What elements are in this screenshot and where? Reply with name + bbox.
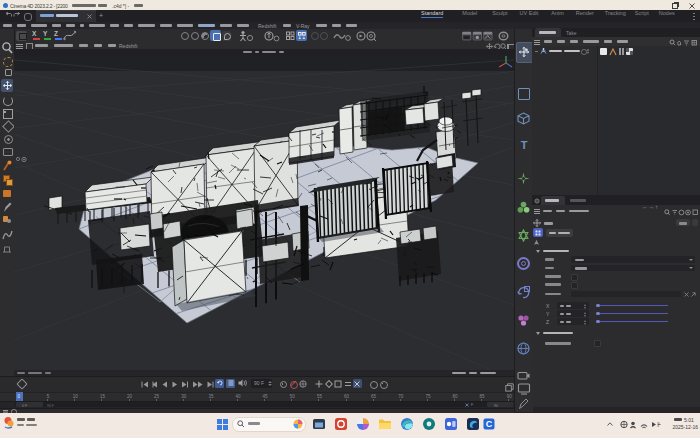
- svg-text:C: C: [486, 419, 493, 429]
